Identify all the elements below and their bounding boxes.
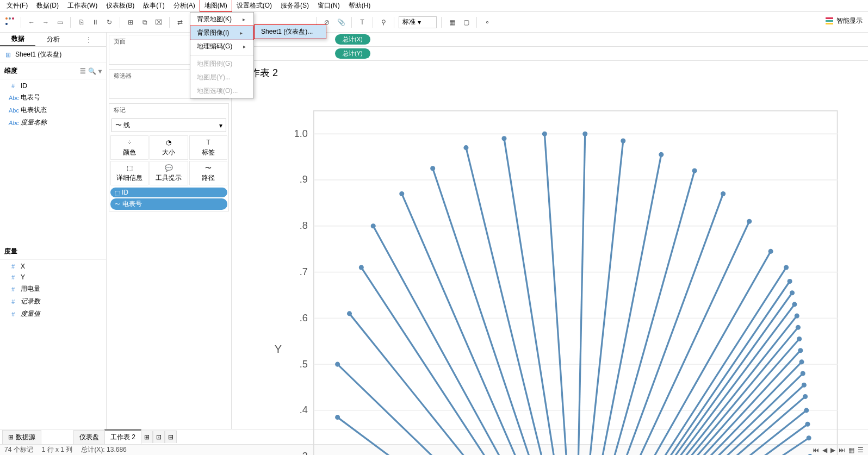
- svg-point-97: [804, 408, 809, 413]
- menu-format[interactable]: 设置格式(O): [232, 0, 276, 11]
- forward-icon[interactable]: →: [40, 16, 52, 28]
- pause-icon[interactable]: ⏸: [89, 16, 101, 28]
- marks-pill-meter[interactable]: 〜电表号: [110, 198, 227, 210]
- rows-pill[interactable]: 总计(Y): [335, 48, 370, 59]
- text-icon[interactable]: T: [356, 16, 368, 28]
- tab-datasource[interactable]: ⊞数据源: [2, 430, 41, 444]
- menu-worksheet[interactable]: 工作表(W): [63, 0, 102, 11]
- field-usage[interactable]: #用电量: [0, 283, 106, 295]
- separator: [373, 17, 373, 28]
- svg-point-71: [768, 249, 773, 254]
- new-dashboard-icon[interactable]: ⊡: [153, 431, 165, 443]
- svg-point-89: [799, 359, 804, 364]
- menu-item-map-layers: 地图层(Y)...: [190, 71, 253, 84]
- svg-point-83: [796, 325, 801, 330]
- tooltip-icon: 💬: [165, 164, 173, 172]
- field-meter[interactable]: Abc电表号: [0, 91, 106, 104]
- cards-icon[interactable]: ▦: [446, 16, 458, 28]
- clip-icon[interactable]: 📎: [335, 16, 347, 28]
- path-icon: 〜: [205, 164, 212, 172]
- field-x[interactable]: #X: [0, 261, 106, 272]
- columns-pill[interactable]: 总计(X): [335, 34, 370, 45]
- duplicate-icon[interactable]: ⧉: [139, 16, 151, 28]
- new-worksheet-icon[interactable]: ⊞: [141, 431, 153, 443]
- svg-point-59: [582, 132, 587, 136]
- svg-point-55: [501, 136, 506, 141]
- new-data-icon[interactable]: ⎘: [75, 16, 87, 28]
- back-icon[interactable]: ←: [26, 16, 38, 28]
- menu-analysis[interactable]: 分析(A): [169, 0, 200, 11]
- tab-dashboard[interactable]: 仪表盘: [73, 430, 105, 444]
- label-icon: T: [206, 138, 210, 147]
- marks-size[interactable]: ◔大小: [150, 135, 188, 160]
- chart-canvas[interactable]: .0.1.2.3.4.5.6.7.8.91.0-1.0-.8-.6-.4-.2.…: [232, 85, 868, 455]
- show-me-button[interactable]: 智能显示: [826, 16, 863, 26]
- view-list-icon[interactable]: ☰: [80, 67, 86, 75]
- refresh-icon[interactable]: ↻: [103, 16, 115, 28]
- search-icon[interactable]: 🔍: [88, 67, 96, 75]
- tab-data[interactable]: 数据: [0, 33, 35, 46]
- svg-line-44: [361, 267, 575, 455]
- share-icon[interactable]: ⚬: [481, 16, 493, 28]
- svg-point-65: [692, 169, 697, 173]
- marks-color[interactable]: ⁘颜色: [110, 135, 148, 160]
- save-icon[interactable]: ▭: [54, 16, 66, 28]
- tab-sheet2[interactable]: 工作表 2: [104, 429, 141, 444]
- svg-point-91: [801, 371, 805, 376]
- svg-text:Y: Y: [275, 343, 282, 355]
- svg-point-87: [798, 348, 803, 353]
- marks-tooltip[interactable]: 💬工具提示: [150, 161, 188, 185]
- presentation-icon[interactable]: ▢: [460, 16, 472, 28]
- datasource-item[interactable]: ⊞ Sheet1 (仪表盘): [0, 47, 106, 63]
- field-status[interactable]: Abc电表状态: [0, 104, 106, 116]
- new-story-icon[interactable]: ⊟: [165, 431, 177, 443]
- submenu-item-sheet1[interactable]: Sheet1 (仪表盘)...: [254, 24, 326, 39]
- menu-window[interactable]: 窗口(N): [313, 0, 344, 11]
- tab-analysis[interactable]: 分析: [35, 33, 71, 46]
- menu-item-background-image[interactable]: 背景图像(I)▸: [190, 26, 254, 40]
- field-values[interactable]: #度量值: [0, 308, 106, 320]
- field-records[interactable]: #记录数: [0, 295, 106, 308]
- svg-point-73: [784, 265, 789, 270]
- svg-point-79: [792, 302, 797, 307]
- field-id[interactable]: #ID: [0, 80, 106, 91]
- svg-line-64: [575, 171, 695, 455]
- field-y[interactable]: #Y: [0, 272, 106, 283]
- tab-options-icon[interactable]: ⋮: [71, 33, 106, 46]
- menu-story[interactable]: 故事(T): [139, 0, 169, 11]
- menu-file[interactable]: 文件(F): [2, 0, 32, 11]
- marks-card: 标记 〜 线▾ ⁘颜色 ◔大小 T标签 ⬚详细信息 💬工具提示 〜路径 ⬚ID …: [109, 103, 229, 211]
- menu-dashboard[interactable]: 仪表板(B): [102, 0, 139, 11]
- columns-shelf[interactable]: 列 总计(X): [232, 33, 868, 47]
- menu-help[interactable]: 帮助(H): [344, 0, 375, 11]
- marks-detail[interactable]: ⬚详细信息: [110, 161, 148, 185]
- svg-text:.4: .4: [300, 404, 308, 415]
- svg-point-53: [463, 145, 468, 150]
- swap-icon[interactable]: ⇄: [174, 16, 186, 28]
- separator: [70, 17, 71, 28]
- new-sheet-icon[interactable]: ⊞: [125, 16, 137, 28]
- menu-map[interactable]: 地图(M): [200, 0, 232, 12]
- field-measure-names[interactable]: Abc度量名称: [0, 116, 106, 129]
- rows-shelf[interactable]: 行 总计(Y): [232, 47, 868, 61]
- menu-data[interactable]: 数据(D): [32, 0, 63, 11]
- menu-item-background-map[interactable]: 背景地图(K)▸: [190, 13, 253, 26]
- svg-text:.9: .9: [300, 174, 308, 185]
- path-pill-icon: 〜: [115, 201, 120, 208]
- marks-label[interactable]: T标签: [189, 135, 227, 160]
- menu-item-geocoding[interactable]: 地理编码(G)▸: [190, 40, 253, 53]
- svg-line-50: [433, 169, 576, 455]
- clear-icon[interactable]: ⌧: [153, 16, 165, 28]
- data-pane: 数据 分析 ⋮ ⊞ Sheet1 (仪表盘) 维度 ☰🔍▾ #ID Abc电表号…: [0, 33, 107, 429]
- menu-server[interactable]: 服务器(S): [276, 0, 313, 11]
- logo-icon: [4, 16, 16, 28]
- pin-icon[interactable]: ⚲: [377, 16, 389, 28]
- marks-pill-id[interactable]: ⬚ID: [110, 188, 227, 197]
- mark-type-dropdown[interactable]: 〜 线▾: [111, 119, 226, 132]
- svg-text:.3: .3: [300, 451, 308, 455]
- color-icon: ⁘: [127, 138, 132, 147]
- sheet-title[interactable]: 工作表 2: [232, 61, 868, 85]
- separator: [394, 17, 394, 28]
- fit-dropdown[interactable]: 标准▾: [399, 16, 437, 28]
- marks-path[interactable]: 〜路径: [189, 161, 227, 185]
